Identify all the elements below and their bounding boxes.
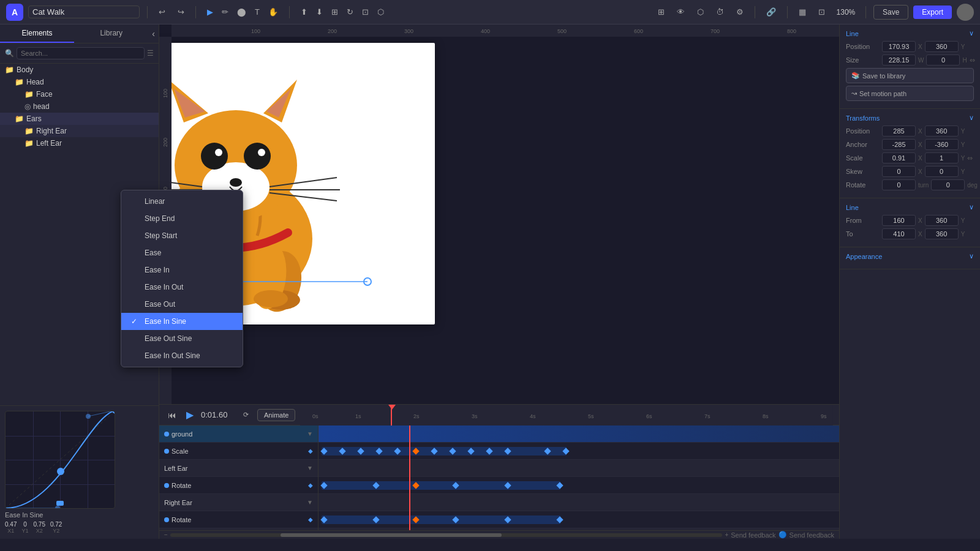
link-btn[interactable]: 🔗 — [763, 5, 780, 19]
track-name-right-ear: Right Ear — [164, 499, 304, 506]
grid-btn[interactable]: ⊞ — [654, 5, 668, 19]
menu-item-step-start[interactable]: Step Start — [121, 227, 243, 244]
align-rotate[interactable]: ↻ — [343, 5, 357, 19]
project-name-input[interactable] — [28, 6, 140, 18]
to-y-input[interactable] — [925, 228, 959, 239]
track-label-rotate-2[interactable]: Rotate ◆ — [159, 511, 318, 528]
tree-item-head[interactable]: 📁 Head — [0, 76, 159, 88]
track-label-right-ear[interactable]: Right Ear ▼ — [159, 494, 318, 511]
user-avatar[interactable] — [957, 4, 974, 21]
track-label-rotate-1[interactable]: Rotate ◆ — [159, 477, 318, 494]
size-h-input[interactable] — [926, 54, 960, 66]
redo-button[interactable]: ↪ — [174, 5, 188, 19]
position-row: Position X Y — [846, 41, 974, 52]
feedback-text[interactable]: Send feedback — [790, 531, 834, 539]
menu-item-ease-in[interactable]: Ease In — [121, 261, 243, 279]
ease-type-label: Ease In Sine — [5, 511, 154, 519]
track-row-scale — [318, 443, 839, 460]
svg-text:500: 500 — [557, 28, 567, 34]
timeline-skip-start[interactable]: ⏮ — [165, 409, 179, 421]
eye-btn[interactable]: 👁 — [673, 5, 688, 19]
menu-item-ease-in-out[interactable]: Ease In Out — [121, 279, 243, 296]
to-x-input[interactable] — [882, 228, 916, 239]
scroll-track[interactable] — [170, 533, 723, 537]
tree-item-left-ear[interactable]: 📁 Left Ear — [0, 137, 159, 149]
menu-item-ease-out[interactable]: Ease Out — [121, 296, 243, 313]
timeline-play[interactable]: ▶ — [184, 408, 196, 422]
timeline: ⏮ ▶ 0:01.60 ⟳ Animate 0s 1s 2s 3s 4s 5s … — [159, 404, 839, 539]
motion-path-btn[interactable]: ↝ Set motion path — [846, 86, 974, 101]
align-crop[interactable]: ⊞ — [328, 5, 342, 19]
animate-button[interactable]: Animate — [257, 409, 295, 421]
t-skew-row: Skew X Y — [846, 166, 974, 177]
pos-x-input[interactable] — [882, 41, 916, 52]
menu-item-step-end[interactable]: Step End — [121, 210, 243, 227]
save-button[interactable]: Save — [873, 5, 908, 20]
t-skew-y-input[interactable] — [925, 166, 959, 177]
menu-item-ease-out-sine[interactable]: Ease Out Sine — [121, 330, 243, 347]
undo-button[interactable]: ↩ — [155, 5, 169, 19]
search-input[interactable] — [17, 47, 145, 59]
settings-btn[interactable]: ⚙ — [733, 5, 747, 19]
t-pos-y-input[interactable] — [925, 126, 959, 137]
t-pos-x-input[interactable] — [882, 126, 916, 137]
tree-item-body[interactable]: 📁 Body — [0, 64, 159, 76]
track-label-ground[interactable]: ground ▼ — [159, 425, 318, 443]
menu-item-ease-in-out-sine[interactable]: Ease In Out Sine — [121, 347, 243, 364]
shape-tool[interactable]: ⬤ — [233, 5, 250, 19]
from-x-input[interactable] — [882, 215, 916, 226]
pen-tool[interactable]: ✏ — [218, 5, 232, 19]
scroll-thumb[interactable] — [281, 533, 502, 537]
track-row-ground — [318, 425, 839, 443]
feedback-label[interactable]: Send feedback — [731, 531, 775, 539]
collapse-panel-btn[interactable]: ‹ — [148, 24, 159, 43]
brush-btn[interactable]: ⬡ — [693, 5, 707, 19]
tab-elements[interactable]: Elements — [0, 24, 74, 43]
t-anc-x-input[interactable] — [882, 139, 916, 150]
tools-group: ▶ ✏ ⬤ T ✋ — [203, 5, 282, 19]
t-skew-x-input[interactable] — [882, 166, 916, 177]
layout-grid-btn[interactable]: ▦ — [795, 5, 810, 19]
menu-item-linear[interactable]: Linear — [121, 193, 243, 210]
history-btn[interactable]: ⏱ — [712, 5, 728, 19]
from-y-input[interactable] — [925, 215, 959, 226]
tree-item-right-ear[interactable]: 📁 Right Ear — [0, 125, 159, 137]
size-w-input[interactable] — [882, 54, 916, 66]
curve-canvas[interactable] — [5, 411, 115, 509]
align-bottom[interactable]: ⬇ — [312, 5, 326, 19]
select-tool[interactable]: ▶ — [203, 5, 217, 19]
menu-item-ease-in-sine[interactable]: ✓ Ease In Sine — [121, 313, 243, 330]
tree-item-headshape[interactable]: ◎ head — [0, 100, 159, 113]
text-tool[interactable]: T — [251, 5, 263, 19]
playhead[interactable] — [409, 425, 410, 530]
tab-library[interactable]: Library — [74, 24, 148, 43]
scroll-plus-btn[interactable]: + — [725, 531, 728, 538]
scroll-minus-btn[interactable]: − — [164, 531, 168, 538]
pos-y-input[interactable] — [925, 41, 959, 52]
group-btn[interactable]: ⊡ — [358, 5, 372, 19]
tree-item-ears[interactable]: 📁 Ears — [0, 113, 159, 125]
link-size-icon[interactable]: ⇔ — [970, 56, 975, 64]
export-button[interactable]: Export — [913, 6, 952, 19]
track-label-left-ear[interactable]: Left Ear ▼ — [159, 460, 318, 477]
link-scale-icon[interactable]: ⇔ — [967, 154, 973, 162]
rp-appearance-title[interactable]: Appearance ∨ — [846, 252, 974, 260]
resize-btn[interactable]: ⊡ — [815, 5, 829, 19]
hand-tool[interactable]: ✋ — [265, 5, 282, 19]
rp-line-title-2[interactable]: Line ∨ — [846, 203, 974, 211]
t-scale-y-input[interactable] — [925, 152, 959, 163]
t-rotate-deg-input[interactable] — [931, 179, 965, 190]
save-library-btn[interactable]: 📚 Save to library — [846, 68, 974, 83]
t-scale-x-input[interactable] — [882, 152, 916, 163]
app-logo: A — [6, 4, 23, 21]
mask-btn[interactable]: ⬡ — [374, 5, 388, 19]
rp-transforms-title[interactable]: Transforms ∨ — [846, 114, 974, 122]
t-anc-y-input[interactable] — [925, 139, 959, 150]
align-top[interactable]: ⬆ — [297, 5, 311, 19]
t-rotate-val-input[interactable] — [882, 179, 916, 190]
track-label-scale[interactable]: Scale ◆ — [159, 443, 318, 460]
tree-item-face[interactable]: 📁 Face — [0, 88, 159, 100]
timeline-loop-btn[interactable]: ⟳ — [239, 408, 252, 421]
menu-item-ease[interactable]: Ease — [121, 244, 243, 261]
rp-line-title-1[interactable]: Line ∨ — [846, 29, 974, 37]
